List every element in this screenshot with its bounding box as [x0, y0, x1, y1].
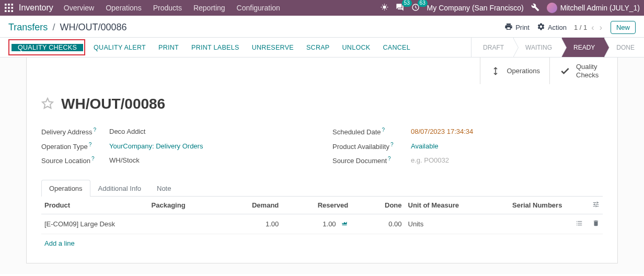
pager-next[interactable]: ›	[599, 23, 603, 32]
add-line-button[interactable]: Add a line	[41, 234, 603, 252]
col-demand[interactable]: Demand	[228, 197, 282, 214]
scheduled-date-value[interactable]: 08/07/2023 17:34:34	[411, 128, 473, 135]
cell-uom[interactable]: Units	[405, 214, 480, 234]
menu-overview[interactable]: Overview	[64, 4, 94, 12]
print-labels-button[interactable]: PRINT LABELS	[185, 38, 246, 57]
svg-rect-3	[5, 7, 7, 9]
col-packaging[interactable]: Packaging	[148, 197, 228, 214]
cell-demand[interactable]: 1.00	[228, 214, 282, 234]
scheduled-date-label: Scheduled Date?	[332, 127, 411, 136]
product-availability-label: Product Availability?	[332, 142, 411, 151]
avatar	[547, 3, 557, 13]
check-icon	[559, 66, 571, 76]
stat-operations-label: Operations	[507, 67, 540, 75]
unreserve-button[interactable]: UNRESERVE	[246, 38, 300, 57]
control-bar: Transfers / WH/OUT/00086 Print Action 1 …	[0, 16, 644, 38]
top-nav: Inventory Overview Operations Products R…	[0, 0, 644, 16]
menu-operations[interactable]: Operations	[106, 4, 141, 12]
app-brand[interactable]: Inventory	[19, 3, 53, 13]
col-reserved[interactable]: Reserved	[282, 197, 351, 214]
unlock-button[interactable]: UNLOCK	[336, 38, 377, 57]
delivery-address-value[interactable]: Deco Addict	[109, 128, 145, 135]
activities-badge: 63	[418, 0, 428, 7]
source-document-value[interactable]: e.g. PO0032	[411, 156, 449, 164]
star-icon[interactable]	[41, 97, 54, 111]
activities-icon[interactable]: 63	[411, 3, 420, 13]
col-serial[interactable]: Serial Numbers	[480, 197, 566, 214]
stat-quality-checks[interactable]: Quality Checks	[549, 58, 617, 84]
company-switcher[interactable]: My Company (San Francisco)	[427, 4, 524, 12]
page-title: WH/OUT/00086	[61, 96, 165, 112]
help-icon[interactable]: ?	[91, 156, 95, 162]
svg-rect-2	[11, 4, 13, 6]
print-icon	[504, 22, 513, 32]
column-settings-icon[interactable]	[592, 202, 600, 210]
svg-rect-6	[5, 10, 7, 12]
svg-rect-4	[8, 7, 10, 9]
tab-additional-info[interactable]: Additional Info	[90, 180, 149, 197]
main-menu: Overview Operations Products Reporting C…	[64, 4, 280, 12]
stat-buttons: Operations Quality Checks	[27, 58, 617, 84]
table-row[interactable]: [E-COM09] Large Desk 1.00 1.00 0.00 Unit…	[41, 214, 603, 234]
svg-point-9	[383, 5, 386, 8]
cell-done[interactable]: 0.00	[351, 214, 405, 234]
quality-alert-button[interactable]: QUALITY ALERT	[87, 38, 152, 57]
help-icon[interactable]: ?	[382, 127, 385, 133]
tools-icon[interactable]	[531, 3, 539, 13]
source-document-label: Source Document?	[332, 156, 411, 165]
pager: 1 / 1 ‹ ›	[574, 23, 603, 32]
button-bar: QUALITY CHECKS QUALITY ALERT PRINT PRINT…	[0, 38, 644, 58]
help-icon[interactable]: ?	[89, 142, 92, 147]
stat-quality-checks-label: Quality Checks	[576, 63, 607, 79]
apps-icon[interactable]	[4, 3, 14, 13]
cell-reserved[interactable]: 1.00	[282, 214, 351, 234]
quality-checks-button[interactable]: QUALITY CHECKS	[12, 44, 83, 51]
svg-rect-7	[8, 10, 10, 12]
breadcrumb: Transfers / WH/OUT/00086	[8, 22, 126, 33]
print-doc-button[interactable]: PRINT	[152, 38, 185, 57]
new-button[interactable]: New	[611, 21, 636, 34]
tab-operations[interactable]: Operations	[41, 180, 90, 197]
forecast-icon[interactable]	[341, 220, 348, 228]
delivery-address-label: Delivery Address?	[41, 127, 109, 136]
status-done[interactable]: DONE	[604, 38, 644, 57]
operation-type-label: Operation Type?	[41, 142, 109, 151]
cancel-button[interactable]: CANCEL	[376, 38, 417, 57]
menu-configuration[interactable]: Configuration	[237, 4, 280, 12]
breadcrumb-sep: /	[52, 22, 55, 32]
messages-badge: 53	[402, 0, 412, 7]
svg-rect-8	[11, 10, 13, 12]
stat-operations[interactable]: Operations	[480, 58, 549, 84]
action-button[interactable]: Action	[537, 22, 567, 32]
col-product[interactable]: Product	[41, 197, 148, 214]
status-waiting[interactable]: WAITING	[513, 38, 561, 57]
source-location-value[interactable]: WH/Stock	[109, 156, 140, 164]
pager-prev[interactable]: ‹	[590, 23, 595, 32]
col-done[interactable]: Done	[351, 197, 405, 214]
messages-icon[interactable]: 53	[396, 3, 404, 13]
help-icon[interactable]: ?	[388, 156, 391, 162]
help-icon[interactable]: ?	[390, 142, 394, 147]
cell-packaging[interactable]	[148, 214, 228, 234]
debug-icon[interactable]	[381, 3, 388, 13]
cell-product[interactable]: [E-COM09] Large Desk	[41, 214, 148, 234]
help-icon[interactable]: ?	[94, 127, 97, 133]
pager-text[interactable]: 1 / 1	[574, 24, 587, 31]
detailed-operations-icon[interactable]	[575, 221, 583, 228]
status-draft[interactable]: DRAFT	[471, 38, 513, 57]
print-label: Print	[515, 24, 530, 31]
col-uom[interactable]: Unit of Measure	[405, 197, 480, 214]
breadcrumb-root[interactable]: Transfers	[8, 22, 48, 32]
menu-products[interactable]: Products	[153, 4, 182, 12]
delete-icon[interactable]	[592, 221, 600, 228]
tab-note[interactable]: Note	[149, 180, 179, 197]
action-label: Action	[548, 24, 567, 31]
operation-type-value[interactable]: YourCompany: Delivery Orders	[109, 142, 203, 150]
status-ready[interactable]: READY	[561, 38, 604, 57]
user-menu[interactable]: Mitchell Admin (JULY_1)	[547, 3, 640, 13]
print-button[interactable]: Print	[504, 22, 530, 32]
scrap-button[interactable]: SCRAP	[300, 38, 336, 57]
menu-reporting[interactable]: Reporting	[193, 4, 225, 12]
user-name: Mitchell Admin (JULY_1)	[560, 4, 640, 12]
cell-serial[interactable]	[480, 214, 566, 234]
